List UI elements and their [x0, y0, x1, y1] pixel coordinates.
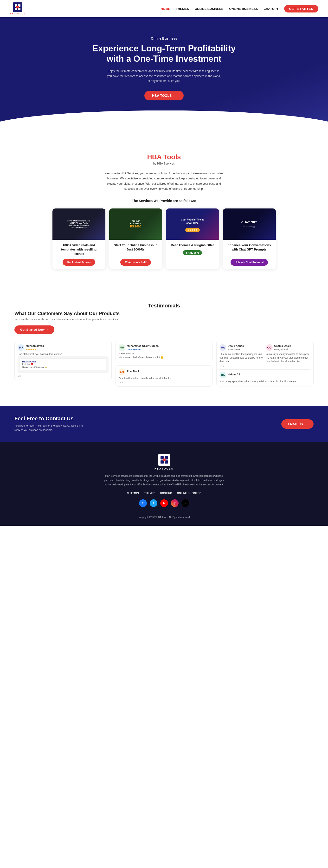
- review-sub-1: HBA Services: [22, 361, 104, 363]
- review-time-1: 1 d: [18, 375, 109, 377]
- card-4-body: Enhance Your Conversations with Chat GPT…: [223, 240, 276, 269]
- card-3-badge-text: SAVE 95%: [186, 251, 199, 254]
- card-chatgpt: CHAT GPT AI Technology Enhance Your Conv…: [223, 209, 276, 269]
- footer-logo-svg: [160, 456, 168, 464]
- card-4-img-label: CHAT GPT: [241, 220, 257, 224]
- twitter-icon[interactable]: t: [150, 499, 157, 507]
- card-4-button[interactable]: Unleash Chat Potential: [230, 259, 268, 266]
- avatar-3c: HA: [219, 372, 226, 378]
- reviewer-row-2b: EM Eraz Malik: [119, 368, 210, 375]
- footer-logo-icon: [158, 454, 170, 466]
- card-online-business: ONLINEBUSINESSRS 9000 Start Your Online …: [109, 209, 162, 269]
- review-badge-2: Great service: [127, 348, 160, 351]
- nav-themes[interactable]: THEMES: [176, 7, 189, 10]
- review-screenshot-1: HBA Services Best deal 🎁 Muhsan Javed Th…: [18, 356, 109, 373]
- card-3-img-badge: ★★★★★: [185, 228, 200, 232]
- review-col-3: UA Ubaid Abbas love this deal Bhai kamal…: [216, 341, 313, 387]
- review-sub-text-1: Best deal 🎁: [22, 363, 104, 365]
- footer-link-themes[interactable]: THEMES: [144, 492, 155, 495]
- navbar: HBATOOLS HOME THEMES ONLINE BUSINESS ONL…: [0, 0, 328, 17]
- card-2-title: Start Your Online business in Just 9000R…: [113, 243, 159, 252]
- footer-link-hosting[interactable]: HOSTING: [160, 492, 172, 495]
- reviewer-name-2b: Eraz Malik: [127, 370, 140, 373]
- review-col-1: MJ Muhsan Javed ★★★★★ One of the best ev…: [15, 341, 112, 387]
- card-3-img-label: Most Popular Themeof All Time: [179, 216, 206, 227]
- svg-rect-4: [16, 6, 19, 8]
- card-3-badge: SAVE 95%: [183, 250, 202, 255]
- instagram-icon[interactable]: ◎: [171, 499, 179, 507]
- card-3-body: Best Themes & Plugins Offer SAVE 95%: [166, 240, 219, 269]
- card-video-reals: 1000+ Motivational Reels1000+ Fitness Re…: [52, 209, 105, 269]
- logo-svg: [14, 4, 21, 10]
- review-card-2a: MU Muhammad Uzair Qureshi Great service …: [115, 341, 213, 363]
- nav-home[interactable]: HOME: [161, 7, 170, 10]
- review-3a: UA Ubaid Abbas love this deal Bhai kamal…: [219, 344, 264, 363]
- card-1-title: 1000+ video reals and templates with res…: [56, 243, 102, 256]
- card-themes-plugins: Most Popular Themeof All Time ★★★★★ Best…: [166, 209, 219, 269]
- svg-rect-9: [163, 459, 166, 461]
- review-col-2: MU Muhammad Uzair Qureshi Great service …: [115, 341, 213, 387]
- review-source-2: ↳ HBA Services: [119, 352, 210, 355]
- review-card-3: UA Ubaid Abbas love this deal Bhai kamal…: [216, 341, 313, 386]
- card-3-image: Most Popular Themeof All Time ★★★★★: [166, 209, 219, 240]
- footer-copyright: Copyright ©2022 HBA Tools. All Rights Re…: [10, 512, 318, 519]
- card-2-button[interactable]: 57 Accounts Left!: [120, 259, 151, 266]
- facebook-icon[interactable]: f: [139, 499, 147, 507]
- review-text-1: One of the best ever hosting deal loved …: [18, 352, 109, 356]
- youtube-icon[interactable]: ▶: [160, 499, 168, 507]
- reviewer-name-1: Muhsan Javed: [26, 344, 44, 347]
- footer-link-online-business[interactable]: ONLINE BUSINESS: [177, 492, 201, 495]
- hba-title-rest: Tools: [162, 153, 181, 161]
- reviewer-name-3c: Haider Ali: [228, 373, 240, 376]
- footer-logo: HBATOOLS: [10, 454, 318, 470]
- card-1-body: 1000+ video reals and templates with res…: [52, 240, 105, 269]
- contact-section: Feel Free to Contact Us Feel free to rea…: [0, 406, 328, 442]
- testimonials-subheading: What Our Customers Say About Our Product…: [15, 311, 135, 316]
- reviewer-name-2: Muhammad Uzair Qureshi: [127, 344, 160, 347]
- card-4-img-sub: AI Technology: [243, 225, 255, 228]
- avatar-3a: UA: [219, 344, 226, 351]
- card-4-title: Enhance Your Conversations with Chat GPT…: [226, 243, 272, 252]
- card-2-img-label: ONLINEBUSINESSRS 9000: [129, 219, 143, 229]
- hba-description: Welcome to HBA Services, your one-stop s…: [104, 171, 224, 192]
- hba-title-red: HBA: [147, 153, 162, 161]
- contact-left: Feel Free to Contact Us Feel free to rea…: [15, 415, 87, 432]
- reviewer-name-3b: Osama Obaid: [274, 344, 291, 347]
- review-card-1: MJ Muhsan Javed ★★★★★ One of the best ev…: [15, 341, 112, 380]
- avatar-3b: OO: [266, 344, 273, 351]
- hba-title: HBA Tools: [15, 153, 313, 161]
- logo-icon: [13, 2, 22, 12]
- social-row: f t ▶ ◎ ♪: [10, 499, 318, 507]
- nav-online-business-1[interactable]: ONLINE BUSINESS: [195, 7, 223, 10]
- email-us-button[interactable]: EMAIL US →: [281, 420, 314, 429]
- reviewer-name-3a: Ubaid Abbas: [228, 344, 244, 347]
- footer-link-chatgpt[interactable]: CHATGPT: [127, 492, 139, 495]
- tiktok-icon[interactable]: ♪: [182, 499, 189, 507]
- contact-heading: Feel Free to Contact Us: [15, 415, 87, 422]
- reviewer-row-3c: HA Haider Ali: [219, 372, 310, 378]
- review-time-3: 18 h: [219, 365, 310, 368]
- reviewer-row-3a: UA Ubaid Abbas love this deal: [219, 344, 264, 351]
- card-1-button[interactable]: Get Instant Access: [62, 259, 95, 266]
- hba-by: by HBA Services: [15, 162, 313, 165]
- hero-cta-button[interactable]: HBA TOOLS →: [144, 91, 184, 100]
- nav-online-business-2[interactable]: ONLINE BUSINESS: [229, 7, 258, 10]
- review-badge-3b: Love you bhai: [274, 348, 291, 351]
- reviews-grid: MJ Muhsan Javed ★★★★★ One of the best ev…: [15, 341, 313, 387]
- review-text-3b: kamal kitya yna zyada data bs itic c pri…: [266, 352, 310, 363]
- card-1-img-label: 1000+ Motivational Reels1000+ Fitness Re…: [66, 218, 92, 230]
- logo-text: HBATOOLS: [10, 12, 26, 15]
- nav-links: HOME THEMES ONLINE BUSINESS ONLINE BUSIN…: [161, 5, 318, 12]
- stars-1: ★★★★★: [26, 348, 44, 351]
- testimonials-cta-button[interactable]: Get Started Now →: [15, 326, 54, 334]
- contact-description: Feel free to reach me in any of the belo…: [15, 424, 87, 432]
- testimonials-desc: Here are the review reels and the custom…: [15, 318, 135, 321]
- testimonials-section: Testimonials What Our Customers Say Abou…: [0, 288, 328, 406]
- testimonials-heading: Testimonials: [15, 303, 313, 309]
- nav-chatgpt[interactable]: CHATGPT: [264, 7, 278, 10]
- review-pair-3: UA Ubaid Abbas love this deal Bhai kamal…: [219, 344, 310, 363]
- review-card-2b: EM Eraz Malik Baat bhai love this. Liter…: [115, 365, 213, 387]
- review-sub-text-2: Muhsan Javed Thank You 🙏: [22, 366, 104, 368]
- get-started-button[interactable]: GET STARTED: [284, 5, 318, 12]
- footer-description: HBA Services provides the packages for t…: [104, 474, 224, 487]
